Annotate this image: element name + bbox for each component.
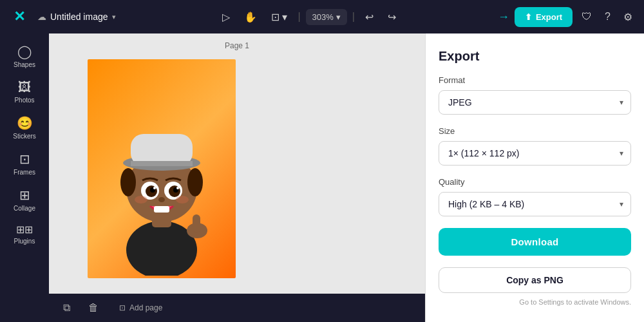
copy-png-button[interactable]: Copy as PNG [439,267,631,293]
svg-point-0 [126,221,197,276]
logo: ✕ [8,5,31,28]
sidebar-item-label: Photos [14,97,34,104]
quality-select[interactable]: Low (< 1 KB) Medium (1 KB – 2 KB) High (… [439,192,631,216]
export-button[interactable]: ⬆ Export [515,7,573,27]
sidebar-item-collage[interactable]: ⊞ Collage [3,182,46,217]
zoom-control[interactable]: 303% ▾ [306,9,347,25]
toolbar-center: ▷ ✋ ⊡ ▾ | 303% ▾ | ↩ ↪ [128,7,491,27]
add-page-button[interactable]: ⊡ Add page [113,299,169,316]
sidebar-item-label: Plugins [14,238,35,245]
sidebar-item-plugins[interactable]: ⊞⊞ Plugins [3,218,46,250]
redo-button[interactable]: ↪ [383,7,401,27]
quality-label: Quality [439,177,631,187]
separator2: | [352,11,355,23]
svg-rect-5 [131,161,193,166]
canvas-area: Page 1 [49,33,425,322]
select-tool-button[interactable]: ▷ [217,7,235,27]
plugins-icon: ⊞⊞ [16,223,33,236]
download-button[interactable]: Download [439,228,631,256]
export-panel: Export Format JPEG PNG WebP PDF ▾ Size 1… [425,33,644,322]
size-label: Size [439,126,631,136]
shield-button[interactable]: 🛡 [578,7,596,26]
hand-tool-button[interactable]: ✋ [239,7,262,27]
document-title: Untitled image [50,12,108,22]
svg-point-14 [153,187,156,189]
frame-tool-button[interactable]: ⊡ ▾ [266,7,292,27]
duplicate-button[interactable]: ⧉ [59,298,74,317]
canvas-background [88,59,236,278]
sidebar-item-photos[interactable]: 🖼 Photos [3,75,46,109]
topbar: ✕ ☁ Untitled image ▾ ▷ ✋ ⊡ ▾ | 303% ▾ | … [0,0,644,33]
cloud-save-icon: ☁ [37,12,46,22]
add-page-icon: ⊡ [119,303,126,312]
export-upload-icon: ⬆ [525,12,532,22]
svg-point-6 [120,168,136,196]
help-button[interactable]: ? [601,7,614,26]
sidebar-item-stickers[interactable]: 😊 Stickers [3,110,46,145]
format-select[interactable]: JPEG PNG WebP PDF [439,90,631,115]
format-label: Format [439,75,631,85]
sidebar-item-frames[interactable]: ⊡ Frames [3,146,46,181]
svg-point-19 [176,196,189,204]
zoom-chevron-icon: ▾ [336,12,341,22]
settings-button[interactable]: ⚙ [620,7,636,27]
sidebar-item-label: Frames [14,169,35,176]
frame-icon: ⊡ [271,11,279,23]
svg-point-15 [176,187,179,189]
title-area: ☁ Untitled image ▾ [37,12,116,22]
svg-rect-21 [193,214,200,232]
logo-icon: ✕ [14,8,25,25]
sidebar-item-label: Stickers [13,133,36,140]
frame-chevron-icon: ▾ [282,11,287,23]
svg-point-18 [135,196,147,204]
quality-field-group: Quality Low (< 1 KB) Medium (1 KB – 2 KB… [439,177,631,216]
page-label: Page 1 [220,41,254,50]
svg-point-16 [158,197,165,202]
quality-select-wrapper: Low (< 1 KB) Medium (1 KB – 2 KB) High (… [439,192,631,216]
title-chevron-icon[interactable]: ▾ [112,13,116,21]
collage-icon: ⊞ [19,187,30,203]
zoom-level: 303% [312,12,334,22]
export-arrow-indicator: → [498,10,509,24]
frames-icon: ⊡ [19,151,30,167]
sidebar-item-label: Shapes [14,61,35,68]
sidebar: ◯ Shapes 🖼 Photos 😊 Stickers ⊡ Frames ⊞ … [0,33,49,322]
activate-watermark: Go to Settings to activate Windows. [439,298,631,306]
canvas-content [88,59,236,278]
separator: | [298,11,300,23]
export-panel-title: Export [439,49,631,64]
add-page-label: Add page [129,303,162,312]
size-select-wrapper: 1× (112 × 112 px) 2× (224 × 224 px) 4× (… [439,141,631,166]
stickers-icon: 😊 [17,115,33,131]
sidebar-item-shapes[interactable]: ◯ Shapes [3,39,46,73]
svg-rect-17 [154,206,169,213]
bottom-bar: ⧉ 🗑 ⊡ Add page [49,294,425,322]
shapes-icon: ◯ [17,44,32,59]
svg-point-7 [187,168,203,196]
size-select[interactable]: 1× (112 × 112 px) 2× (224 × 224 px) 4× (… [439,141,631,166]
export-label: Export [536,12,562,22]
format-select-wrapper: JPEG PNG WebP PDF ▾ [439,90,631,115]
size-field-group: Size 1× (112 × 112 px) 2× (224 × 224 px)… [439,126,631,166]
toolbar-right: → ⬆ Export 🛡 ? ⚙ [498,7,636,27]
undo-button[interactable]: ↩ [360,7,379,27]
sidebar-item-label: Collage [14,205,35,212]
format-field-group: Format JPEG PNG WebP PDF ▾ [439,75,631,115]
delete-button[interactable]: 🗑 [84,298,102,317]
character-svg [97,95,226,276]
main-content: ◯ Shapes 🖼 Photos 😊 Stickers ⊡ Frames ⊞ … [0,33,644,322]
photos-icon: 🖼 [18,80,31,95]
